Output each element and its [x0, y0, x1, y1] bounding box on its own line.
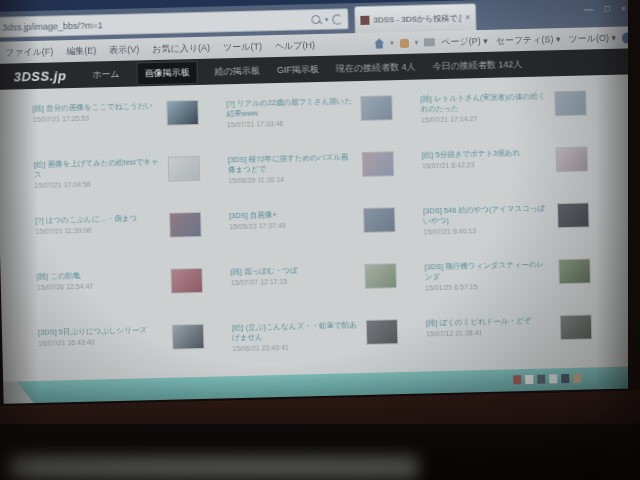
- post-timestamp: 15/07/12 21:38:41: [426, 327, 553, 337]
- post-thumbnail[interactable]: [560, 314, 593, 340]
- post-item[interactable]: [雑] 自分の画像をここでねこうだい 15/07/21 17:25:53: [32, 99, 219, 155]
- post-thumbnail[interactable]: [556, 146, 589, 172]
- post-item[interactable]: [絵] (立ぶ)こんなんズ・・鉛筆で飴あげません 15/06/21 23:43:…: [232, 319, 419, 375]
- post-timestamp: 15/07/21 8:42:23: [422, 159, 549, 169]
- post-thumbnail[interactable]: [364, 263, 397, 289]
- command-bar: ▾ ▾ ページ(P) ▾セーフティ(S) ▾ツール(O) ▾: [374, 31, 633, 50]
- post-thumbnail[interactable]: [170, 268, 203, 294]
- maximize-button[interactable]: □: [604, 4, 610, 14]
- menubar-item[interactable]: 表示(V): [109, 43, 139, 57]
- post-thumbnail[interactable]: [554, 90, 587, 116]
- post-thumbnail[interactable]: [362, 151, 395, 177]
- tray-icon-light-2[interactable]: [549, 374, 557, 383]
- post-item[interactable]: [3DS] 自画像+ 15/05/23 17:37:49: [229, 207, 416, 263]
- site-nav-item[interactable]: GIF掲示板: [277, 63, 319, 77]
- post-item[interactable]: [絵] 画像を上げてみたの絵testでキャス 15/07/21 17:04:56: [34, 155, 221, 211]
- post-thumbnail[interactable]: [363, 207, 396, 233]
- post-thumbnail[interactable]: [366, 319, 399, 345]
- tray-icon-light[interactable]: [525, 375, 533, 384]
- post-text: [絵] (立ぶ)こんなんズ・・鉛筆で飴あげません 15/06/21 23:43:…: [232, 320, 360, 352]
- tab-title: 3DSS - 3DSから投稿できる…: [373, 12, 461, 25]
- post-item[interactable]: [3DS] 桜?2年に描すためのパズル画像まつどで 15/06/29 11:26…: [228, 151, 415, 207]
- post-thumbnail[interactable]: [172, 324, 205, 350]
- tab-close-icon[interactable]: ×: [465, 12, 471, 22]
- post-timestamp: 15/06/29 11:26:14: [228, 174, 355, 184]
- post-text: [雑] この飴亀 15/07/26 12:54:47: [36, 269, 163, 291]
- post-item[interactable]: [3DS] 5日ぶりにつぶしシリーズ 15/07/21 16:43:40: [38, 323, 225, 379]
- address-bar[interactable]: 3dss.jp/image_bbs/?m=1 ▾: [0, 8, 349, 38]
- post-timestamp: 15/07/21 17:25:53: [33, 113, 160, 123]
- post-item[interactable]: [雑] この飴亀 15/07/26 12:54:47: [36, 267, 223, 323]
- minimize-button[interactable]: —: [584, 4, 593, 14]
- tray-icon-dark[interactable]: [537, 375, 545, 384]
- site-nav-item: 今日の接続者数 142人: [432, 58, 522, 73]
- command-bar-item[interactable]: セーフティ(S) ▾: [495, 33, 560, 48]
- post-item[interactable]: [?] はつのこぶんに…・倒まつ 15/07/21 11:39:08: [35, 211, 222, 267]
- post-item[interactable]: [3DS] 546 絵のやつ(アイマスコっぽいやつ) 15/07/21 8:46…: [423, 202, 610, 258]
- post-title-link[interactable]: [雑] レトルトさん(実況者)の体の絵くれのたった: [420, 91, 547, 114]
- menubar-item[interactable]: 編集(E): [66, 44, 96, 58]
- address-url[interactable]: 3dss.jp/image_bbs/?m=1: [2, 15, 308, 32]
- post-title-link[interactable]: [雑] この飴亀: [36, 269, 163, 282]
- site-logo[interactable]: 3DSS.jp: [13, 68, 66, 84]
- post-thumbnail[interactable]: [169, 212, 202, 238]
- post-title-link[interactable]: [雑] ぼくのミピれドール・どぞ: [426, 315, 553, 328]
- home-icon[interactable]: [374, 38, 384, 48]
- site-nav-item[interactable]: ホーム: [92, 67, 120, 81]
- post-title-link[interactable]: [絵] 5分描きでポテト3個あれ: [422, 147, 549, 160]
- post-title-link[interactable]: [絵] (立ぶ)こんなんズ・・鉛筆で飴あげません: [232, 320, 359, 343]
- post-item[interactable]: [絵] 5分描きでポテト3個あれ 15/07/21 8:42:23: [422, 146, 609, 202]
- post-title-link[interactable]: [3DS] 自画像+: [229, 208, 356, 221]
- post-text: [3DS] 桜?2年に描すためのパズル画像まつどで 15/06/29 11:26…: [228, 152, 356, 184]
- post-item[interactable]: [?] リアルの22歳の親フミさん描いた結果www 15/07/21 17:33…: [226, 95, 413, 151]
- post-item[interactable]: [雑] ぼくのミピれドール・どぞ 15/07/12 21:38:41: [426, 314, 613, 370]
- post-title-link[interactable]: [?] リアルの22歳の親フミさん描いた結果www: [226, 96, 353, 119]
- tray-icon-navy[interactable]: [561, 374, 569, 383]
- post-timestamp: 15/07/07 12:17:15: [231, 276, 358, 286]
- post-item[interactable]: [3DS] 飛行機ウィンダスティーのレンダ 15/01/25 6:57:15: [424, 258, 611, 314]
- post-timestamp: 15/07/21 11:39:08: [35, 225, 162, 235]
- post-text: [?] リアルの22歳の親フミさん描いた結果www 15/07/21 17:33…: [226, 96, 354, 128]
- site-nav-item[interactable]: 画像掲示板: [136, 60, 198, 84]
- post-title-link[interactable]: [雑] 超っぽむ・つぼ: [230, 264, 357, 277]
- site-nav-item[interactable]: 絵の掲示板: [215, 64, 261, 78]
- home-dropdown-icon[interactable]: ▾: [390, 39, 394, 47]
- post-text: [雑] ぼくのミピれドール・どぞ 15/07/12 21:38:41: [426, 315, 553, 337]
- laptop-keyboard-deck: [0, 424, 640, 480]
- address-dropdown-icon[interactable]: ▾: [325, 15, 329, 23]
- menubar-item[interactable]: ツール(T): [223, 40, 262, 54]
- post-title-link[interactable]: [3DS] 飛行機ウィンダスティーのレンダ: [424, 259, 551, 282]
- post-title-link[interactable]: [3DS] 5日ぶりにつぶしシリーズ: [38, 325, 165, 338]
- post-thumbnail[interactable]: [557, 202, 590, 228]
- post-title-link[interactable]: [3DS] 桜?2年に描すためのパズル画像まつどで: [228, 152, 355, 175]
- menubar-item[interactable]: ファイル(F): [5, 45, 54, 59]
- print-icon[interactable]: [424, 38, 435, 46]
- post-item[interactable]: [雑] 超っぽむ・つぼ 15/07/07 12:17:15: [230, 263, 417, 319]
- post-title-link[interactable]: [3DS] 546 絵のやつ(アイマスコっぽいやつ): [423, 203, 550, 226]
- post-thumbnail[interactable]: [558, 258, 591, 284]
- post-title-link[interactable]: [?] はつのこぶんに…・倒まつ: [35, 213, 162, 226]
- site-favicon-icon: [360, 15, 369, 24]
- tray-icon-red[interactable]: [513, 375, 521, 384]
- post-title-link[interactable]: [雑] 自分の画像をここでねこうだい: [32, 101, 159, 114]
- post-item[interactable]: [雑] レトルトさん(実況者)の体の絵くれのたった 15/07/21 17:14…: [420, 90, 607, 146]
- post-text: [絵] 5分描きでポテト3個あれ 15/07/21 8:42:23: [422, 147, 549, 169]
- command-bar-item[interactable]: ツール(O) ▾: [568, 31, 616, 45]
- tray-icon-amber[interactable]: [573, 374, 581, 383]
- post-thumbnail[interactable]: [360, 95, 393, 121]
- feeds-icon[interactable]: [400, 38, 409, 47]
- command-bar-item[interactable]: ページ(P) ▾: [441, 34, 488, 48]
- feeds-dropdown-icon[interactable]: ▾: [415, 39, 419, 47]
- post-title-link[interactable]: [絵] 画像を上げてみたの絵testでキャス: [34, 157, 161, 180]
- board-content: [雑] 自分の画像をここでねこうだい 15/07/21 17:25:53 [?]…: [0, 74, 640, 382]
- browser-tab[interactable]: 3DSS - 3DSから投稿できる… ×: [354, 3, 477, 33]
- close-button[interactable]: ×: [621, 3, 627, 13]
- menubar-item[interactable]: お気に入り(A): [152, 41, 210, 55]
- menubar-item[interactable]: ヘルプ(H): [275, 39, 315, 53]
- post-text: [3DS] 5日ぶりにつぶしシリーズ 15/07/21 16:43:40: [38, 325, 165, 347]
- system-tray: [513, 374, 581, 385]
- post-thumbnail[interactable]: [166, 100, 199, 126]
- refresh-icon[interactable]: [332, 14, 342, 24]
- post-thumbnail[interactable]: [168, 156, 201, 182]
- search-icon[interactable]: [312, 15, 321, 24]
